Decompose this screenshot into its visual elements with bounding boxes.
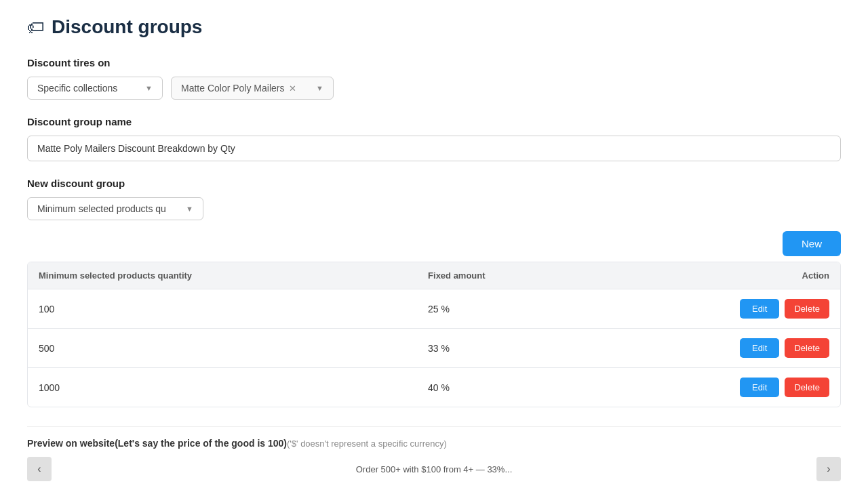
collection-tag-close-icon[interactable]: ✕	[289, 84, 296, 93]
col-action-header: Action	[593, 262, 840, 289]
delete-button[interactable]: Delete	[785, 378, 829, 397]
cell-min-qty: 100	[28, 289, 417, 329]
discount-tires-section: Discount tires on Specific collections ▼…	[27, 57, 841, 100]
cell-actions: Edit Delete	[593, 289, 840, 329]
cell-min-qty: 1000	[28, 368, 417, 407]
delete-button[interactable]: Delete	[785, 338, 829, 358]
table-section: New Minimum selected products quantity F…	[27, 231, 841, 407]
new-discount-group-section: New discount group Minimum selected prod…	[27, 178, 841, 220]
collection-dropdown[interactable]: Matte Color Poly Mailers ✕ ▼	[171, 77, 334, 100]
preview-section: Preview on website(Let's say the price o…	[27, 426, 841, 481]
cell-fixed-amount: 40 %	[417, 368, 593, 407]
new-button[interactable]: New	[783, 231, 841, 256]
edit-button[interactable]: Edit	[740, 299, 779, 319]
discount-type-chevron-icon: ▼	[145, 84, 153, 92]
new-discount-type-dropdown[interactable]: Minimum selected products qu ▼	[27, 197, 203, 220]
page-title: Discount groups	[52, 16, 202, 38]
new-discount-type-chevron-icon: ▼	[186, 205, 193, 213]
page-header: 🏷 Discount groups	[27, 16, 841, 38]
table-row: 100 25 % Edit Delete	[28, 289, 840, 329]
discount-type-dropdown[interactable]: Specific collections ▼	[27, 77, 163, 100]
table-row: 500 33 % Edit Delete	[28, 329, 840, 368]
collection-tag-label: Matte Color Poly Mailers	[181, 83, 285, 94]
cell-actions: Edit Delete	[593, 329, 840, 368]
discount-tires-label: Discount tires on	[27, 57, 841, 68]
table-header-row: Minimum selected products quantity Fixed…	[28, 262, 840, 289]
discount-type-value: Specific collections	[37, 83, 117, 94]
preview-prev-button[interactable]: ‹	[27, 457, 52, 481]
preview-label: Preview on website(Let's say the price o…	[27, 438, 841, 449]
cell-fixed-amount: 33 %	[417, 329, 593, 368]
discount-group-name-input[interactable]	[27, 136, 841, 161]
cell-min-qty: 500	[28, 329, 417, 368]
discount-group-name-label: Discount group name	[27, 116, 841, 127]
collection-dropdown-chevron-icon: ▼	[316, 84, 323, 92]
discount-tires-row: Specific collections ▼ Matte Color Poly …	[27, 77, 841, 100]
new-discount-group-label: New discount group	[27, 178, 841, 189]
table-row: 1000 40 % Edit Delete	[28, 368, 840, 407]
tag-icon: 🏷	[27, 17, 45, 38]
discount-table: Minimum selected products quantity Fixed…	[28, 262, 840, 407]
cell-actions: Edit Delete	[593, 368, 840, 407]
preview-next-button[interactable]: ›	[816, 457, 841, 481]
col-fixed-amount-header: Fixed amount	[417, 262, 593, 289]
cell-fixed-amount: 25 %	[417, 289, 593, 329]
preview-nav: ‹ Order 500+ with $100 from 4+ — 33%... …	[27, 457, 841, 481]
collection-tag: Matte Color Poly Mailers ✕	[181, 83, 296, 94]
preview-label-normal: ('$' doesn't represent a specific curren…	[287, 439, 447, 449]
edit-button[interactable]: Edit	[740, 378, 779, 397]
discount-table-container: Minimum selected products quantity Fixed…	[27, 262, 841, 407]
preview-content-text: Order 500+ with $100 from 4+ — 33%...	[52, 464, 816, 474]
discount-group-name-section: Discount group name	[27, 116, 841, 161]
delete-button[interactable]: Delete	[785, 299, 829, 319]
preview-label-bold: Preview on website(Let's say the price o…	[27, 438, 287, 449]
col-min-qty-header: Minimum selected products quantity	[28, 262, 417, 289]
edit-button[interactable]: Edit	[740, 338, 779, 358]
new-discount-type-value: Minimum selected products qu	[37, 203, 166, 214]
